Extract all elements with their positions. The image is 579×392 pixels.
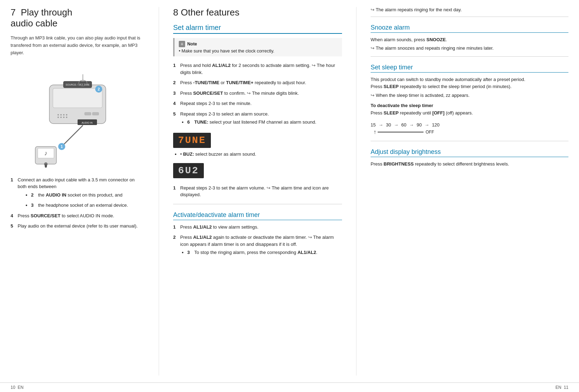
left-step-1: Connect an audio input cable with a 3.5 … <box>11 176 145 209</box>
brightness-heading: Adjust display brightness <box>371 148 568 157</box>
note-text: • Make sure that you have set the clock … <box>179 49 338 54</box>
left-step-1-bullet-2: the headphone socket of an external devi… <box>31 202 145 209</box>
display-buz: 6U2 <box>173 163 204 178</box>
left-column: 7 Play throughaudio cable Through an MP3… <box>11 7 159 375</box>
note-label: ≡ Note <box>179 41 338 47</box>
left-description: Through an MP3 link cable, you can also … <box>11 35 145 56</box>
activate-heading: Activate/deactivate alarm timer <box>173 211 342 220</box>
svg-text:♪: ♪ <box>44 150 48 157</box>
alarm-step-1: Press and hold AL1/AL2 for 2 seconds to … <box>173 62 342 76</box>
illustration-svg: SOURCE / SET TIME 2 AUDIO IN ♪ 1 <box>28 64 127 169</box>
snooze-arrow: The alarm snoozes and repeats ringing ni… <box>371 45 494 51</box>
svg-rect-11 <box>92 112 99 115</box>
svg-rect-27 <box>45 164 47 168</box>
note-icon: ≡ <box>179 41 185 47</box>
svg-point-2 <box>57 114 59 116</box>
svg-point-5 <box>66 114 67 116</box>
deactivate-section: To deactivate the sleep timer Press SLEE… <box>371 103 568 117</box>
svg-rect-10 <box>85 112 91 115</box>
note-box: ≡ Note • Make sure that you have set the… <box>173 38 342 56</box>
sleep-heading: Set sleep timer <box>371 64 568 73</box>
svg-rect-1 <box>53 88 102 108</box>
buz-bullet: • BUZ: select buzzer as alarm sound. <box>180 151 342 157</box>
svg-point-8 <box>63 117 65 118</box>
page-lang-left: EN <box>18 385 24 390</box>
timer-off-diagram: ↑ OFF <box>373 129 568 135</box>
sleep-timer-diagram: 15 → 30 → 60 → 90 → 120 ↑ OFF <box>371 122 568 135</box>
left-step-3: Play audio on the external device (refer… <box>11 223 145 230</box>
right-column: The alarm repeats ringing for the next d… <box>356 7 568 375</box>
display-tune: 7UNE <box>173 133 211 148</box>
svg-text:2: 2 <box>98 87 100 91</box>
alarm-step-6: Repeat steps 2-3 to set the alarm volume… <box>173 185 342 198</box>
svg-point-4 <box>63 114 65 116</box>
alarm-step-2: Press -TUNE/TIME or TUNE/TIME+ repeatedl… <box>173 79 342 86</box>
activate-steps-list: Press AL1/AL2 to view alarm settings. Pr… <box>173 224 342 256</box>
alarm-step-3: Press SOURCE/SET to confirm. The minute … <box>173 90 342 97</box>
svg-point-3 <box>60 114 62 116</box>
sleep-arrow: When the sleep timer is activated, zz ap… <box>371 93 470 98</box>
timer-line <box>378 132 423 132</box>
brightness-text: Press BRIGHTNESS repeatedly to select di… <box>371 161 568 168</box>
page-footer: 10 EN EN 11 <box>0 382 579 392</box>
footer-right: EN 11 <box>555 385 568 390</box>
svg-text:AUDIO IN: AUDIO IN <box>81 122 92 124</box>
deactivate-heading: To deactivate the sleep timer <box>371 103 568 108</box>
activate-step-2-bullet: To stop the ringing alarm, press the cor… <box>187 249 342 256</box>
page-num-left: 10 <box>11 385 15 390</box>
sleep-desc: This prodcut can switch to standby mode … <box>371 76 568 91</box>
svg-point-7 <box>60 117 62 118</box>
alarm-step-5: Repeat steps 2-3 to select an alarm sour… <box>173 111 342 126</box>
deactivate-text: Press SLEEP repeatedly until [OFF] (off)… <box>371 110 568 117</box>
left-step-1-bullet-1: the AUDIO IN socket on this product, and <box>31 192 145 199</box>
device-illustration: SOURCE / SET TIME 2 AUDIO IN ♪ 1 <box>28 64 127 169</box>
svg-text:1: 1 <box>61 144 63 149</box>
svg-point-6 <box>57 117 59 118</box>
page-num-right: 11 <box>564 385 568 390</box>
activate-step-1: Press AL1/AL2 to view alarm settings. <box>173 224 342 231</box>
middle-column: 8 Other features Set alarm timer ≡ Note … <box>159 7 356 375</box>
alarm-step-6-list: Repeat steps 2-3 to set the alarm volume… <box>173 185 342 198</box>
timer-off-label: OFF <box>426 130 434 135</box>
snooze-heading: Snooze alarm <box>371 24 568 33</box>
left-steps-list: Connect an audio input cable with a 3.5 … <box>11 176 145 230</box>
alarm-repeats-section: The alarm repeats ringing for the next d… <box>371 7 568 12</box>
activate-step-2: Press AL1/AL2 again to activate or deact… <box>173 234 342 256</box>
set-alarm-heading: Set alarm timer <box>173 24 342 34</box>
chapter-title-middle: 8 Other features <box>173 7 342 18</box>
alarm-step-5-bullet: TUNE: select your last listened FM chann… <box>187 119 342 126</box>
page-lang-right: EN <box>555 385 561 390</box>
alarm-step-4: Repeat steps 2-3 to set the minute. <box>173 100 342 107</box>
footer-left: 10 EN <box>11 385 24 390</box>
svg-point-9 <box>66 117 67 118</box>
chapter-title-left: 7 Play throughaudio cable <box>11 7 145 29</box>
snooze-text: When alarm sounds, press SNOOZE. <box>371 36 568 43</box>
left-step-2: Press SOURCE/SET to select AUDIO IN mode… <box>11 212 145 219</box>
alarm-steps-list: Press and hold AL1/AL2 for 2 seconds to … <box>173 62 342 126</box>
timer-values-row: 15 → 30 → 60 → 90 → 120 <box>371 122 568 127</box>
